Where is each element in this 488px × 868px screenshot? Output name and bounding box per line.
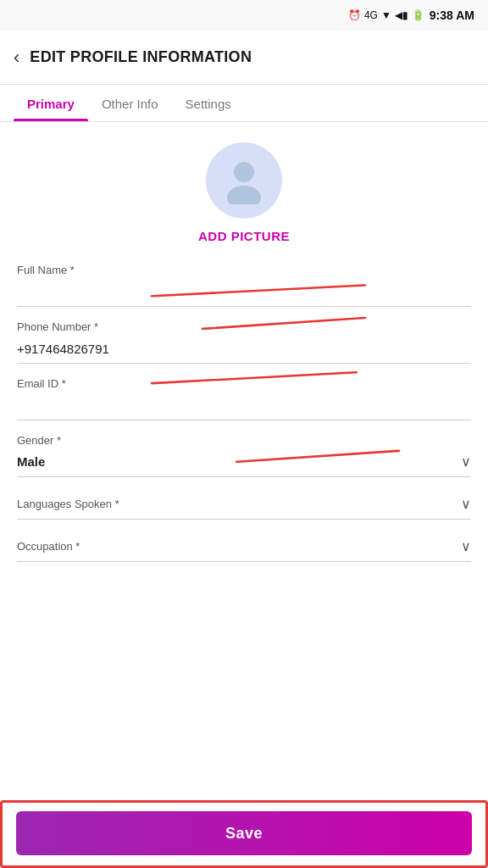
status-time: 9:38 AM bbox=[430, 8, 474, 22]
languages-chevron-icon: ∨ bbox=[461, 496, 471, 512]
email-id-group: Email ID * bbox=[17, 370, 471, 420]
phone-number-group: Phone Number * bbox=[17, 314, 471, 364]
gender-value: Male bbox=[17, 454, 45, 469]
languages-spoken-dropdown[interactable]: Languages Spoken * ∨ bbox=[17, 491, 471, 520]
gender-dropdown[interactable]: Male ∨ bbox=[17, 450, 471, 477]
tab-settings[interactable]: Settings bbox=[172, 85, 245, 121]
svg-point-0 bbox=[234, 162, 254, 182]
languages-spoken-group: Languages Spoken * ∨ bbox=[17, 484, 471, 520]
phone-number-input[interactable] bbox=[17, 337, 471, 364]
occupation-label: Occupation * bbox=[17, 540, 80, 553]
occupation-group: Occupation * ∨ bbox=[17, 526, 471, 562]
tab-primary[interactable]: Primary bbox=[14, 85, 88, 121]
wifi-icon: ▼ bbox=[381, 9, 391, 21]
avatar-section: ADD PICTURE bbox=[17, 122, 471, 257]
back-button[interactable]: ‹ bbox=[14, 48, 19, 67]
network-icon: 4G bbox=[364, 9, 378, 21]
profile-form: Full Name * Phone Number * Email ID * Ge… bbox=[17, 257, 471, 562]
svg-point-1 bbox=[227, 186, 261, 204]
occupation-dropdown[interactable]: Occupation * ∨ bbox=[17, 533, 471, 562]
full-name-group: Full Name * bbox=[17, 257, 471, 307]
email-id-input[interactable] bbox=[17, 393, 471, 420]
save-button[interactable]: Save bbox=[16, 811, 472, 855]
tabs-bar: Primary Other Info Settings bbox=[0, 85, 488, 122]
save-button-container: Save bbox=[0, 800, 488, 868]
avatar-icon bbox=[219, 153, 269, 208]
full-name-label: Full Name * bbox=[17, 264, 471, 276]
languages-spoken-label: Languages Spoken * bbox=[17, 498, 119, 510]
gender-label: Gender * bbox=[17, 434, 471, 447]
battery-icon: 🔋 bbox=[412, 9, 424, 21]
email-id-label: Email ID * bbox=[17, 377, 471, 390]
gender-chevron-icon: ∨ bbox=[461, 453, 471, 470]
gender-group: Gender * Male ∨ bbox=[17, 427, 471, 477]
signal-icon: ◀▮ bbox=[395, 9, 408, 21]
alarm-icon: ⏰ bbox=[348, 9, 361, 21]
full-name-input[interactable] bbox=[17, 280, 471, 307]
occupation-chevron-icon: ∨ bbox=[461, 538, 471, 554]
avatar[interactable] bbox=[206, 142, 282, 219]
phone-number-label: Phone Number * bbox=[17, 320, 471, 333]
header: ‹ EDIT PROFILE INFORMATION bbox=[0, 31, 488, 85]
page-title: EDIT PROFILE INFORMATION bbox=[30, 48, 252, 66]
status-bar: ⏰ 4G ▼ ◀▮ 🔋 9:38 AM bbox=[0, 0, 488, 31]
content-area: ADD PICTURE Full Name * Phone Number * E… bbox=[0, 122, 488, 654]
tab-other-info[interactable]: Other Info bbox=[88, 85, 172, 121]
status-icons: ⏰ 4G ▼ ◀▮ 🔋 bbox=[348, 9, 424, 21]
add-picture-button[interactable]: ADD PICTURE bbox=[198, 229, 290, 243]
